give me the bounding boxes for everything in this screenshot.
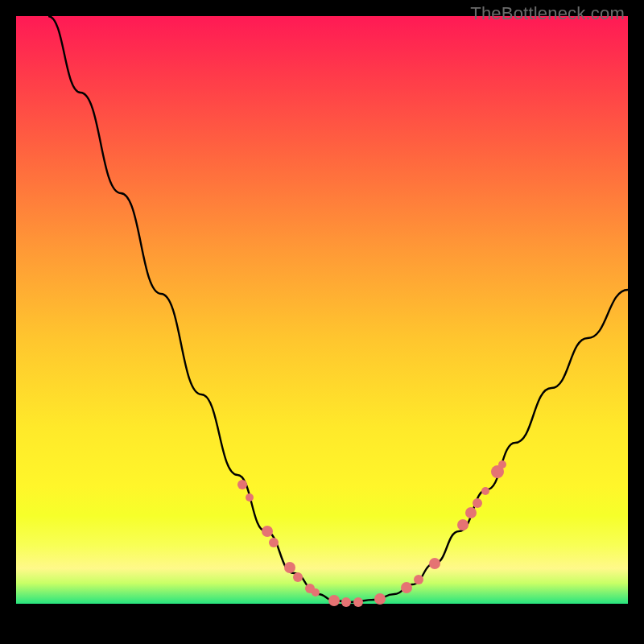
chart-frame — [16, 16, 628, 628]
curve-marker — [312, 588, 320, 597]
curve-marker — [457, 519, 469, 530]
curve-marker — [429, 558, 440, 569]
curve-marker — [401, 582, 412, 593]
curve-marker — [284, 562, 295, 573]
curve-marker — [465, 507, 477, 518]
curve-marker — [353, 597, 363, 607]
curve-marker — [269, 538, 279, 547]
curve-marker — [414, 575, 423, 584]
curve-marker — [498, 460, 506, 469]
curve-marker — [262, 526, 273, 537]
curve-marker — [481, 487, 489, 495]
curve-marker — [237, 480, 247, 489]
curve-marker — [293, 572, 303, 582]
curve-markers — [237, 460, 506, 607]
curve-marker — [473, 498, 482, 508]
curve-marker — [374, 593, 386, 605]
curve-marker — [328, 595, 340, 606]
curve-marker — [341, 597, 351, 607]
curve-marker — [246, 493, 254, 502]
bottleneck-curve — [48, 16, 628, 602]
curve-layer — [16, 16, 628, 628]
watermark-label: TheBottleneck.com — [470, 3, 625, 24]
